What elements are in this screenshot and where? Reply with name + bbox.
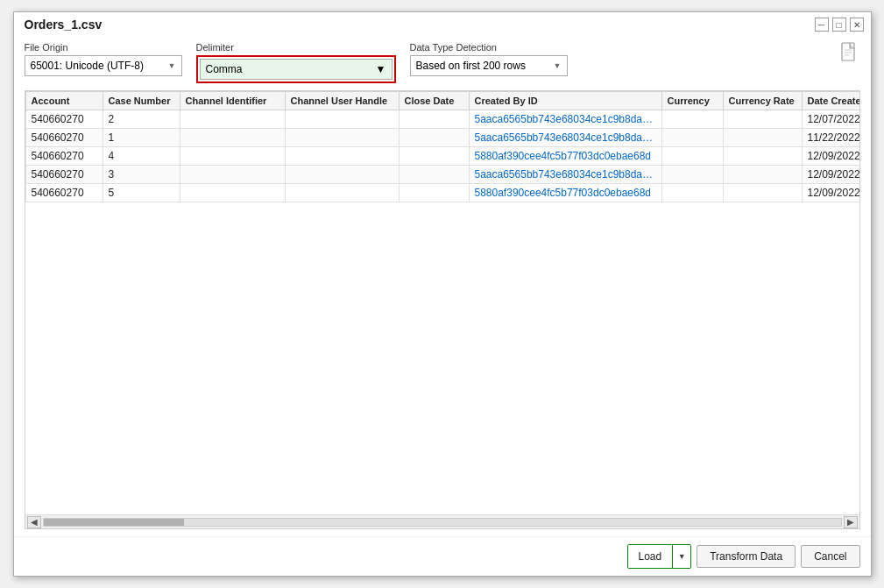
cell-channel_user_handle bbox=[285, 110, 399, 129]
cell-close_date bbox=[399, 166, 469, 184]
cell-channel_identifier bbox=[180, 166, 285, 184]
table-header-row: Account Case Number Channel Identifier C… bbox=[25, 92, 859, 110]
cell-currency bbox=[661, 184, 723, 202]
col-header-case-number: Case Number bbox=[103, 92, 180, 110]
cell-case_number: 2 bbox=[103, 110, 180, 129]
delimiter-label: Delimiter bbox=[196, 42, 396, 53]
table-row: 54066027015aaca6565bb743e68034ce1c9b8da3… bbox=[25, 129, 859, 147]
scroll-left-button[interactable]: ◀ bbox=[27, 516, 41, 528]
cell-currency bbox=[661, 166, 723, 184]
col-header-channel-user-handle: Channel User Handle bbox=[285, 92, 399, 110]
maximize-button[interactable]: □ bbox=[832, 18, 846, 32]
controls-row: File Origin 65001: Unicode (UTF-8) ▼ Del… bbox=[25, 42, 860, 83]
cell-date_created: 12/09/2022 11:52 bbox=[802, 147, 859, 166]
content-area: File Origin 65001: Unicode (UTF-8) ▼ Del… bbox=[14, 35, 871, 536]
cell-channel_user_handle bbox=[285, 147, 399, 166]
col-header-channel-identifier: Channel Identifier bbox=[180, 92, 285, 110]
cell-close_date bbox=[399, 110, 469, 129]
cell-currency_rate bbox=[723, 110, 802, 129]
cell-date_created: 12/09/2022 11:47 bbox=[802, 166, 859, 184]
data-type-label: Data Type Detection bbox=[410, 42, 568, 53]
file-origin-select[interactable]: 65001: Unicode (UTF-8) ▼ bbox=[25, 55, 182, 76]
cell-currency_rate bbox=[723, 147, 802, 166]
table-row: 54066027025aaca6565bb743e68034ce1c9b8da3… bbox=[25, 110, 859, 129]
file-origin-label: File Origin bbox=[25, 42, 182, 53]
delimiter-select[interactable]: Comma ▼ bbox=[200, 59, 392, 80]
delimiter-arrow-icon: ▼ bbox=[376, 63, 386, 75]
footer: Load ▼ Transform Data Cancel bbox=[14, 536, 871, 576]
scroll-track[interactable] bbox=[43, 518, 842, 527]
cell-close_date bbox=[399, 129, 469, 147]
cell-account: 540660270 bbox=[25, 129, 103, 147]
cell-channel_user_handle bbox=[285, 129, 399, 147]
cell-created_by_id: 5aaca6565bb743e68034ce1c9b8da348 bbox=[469, 110, 661, 129]
cell-created_by_id: 5880af390cee4fc5b77f03dc0ebae68d bbox=[469, 184, 661, 202]
table-scroll-container[interactable]: Account Case Number Channel Identifier C… bbox=[25, 91, 859, 514]
col-header-created-by-id: Created By ID bbox=[469, 92, 661, 110]
main-window: Orders_1.csv ─ □ ✕ File Origin 65001: Un… bbox=[13, 11, 872, 577]
col-header-currency-rate: Currency Rate bbox=[723, 92, 802, 110]
data-type-value: Based on first 200 rows bbox=[416, 60, 526, 72]
col-header-date-created: Date Created bbox=[802, 92, 859, 110]
cell-close_date bbox=[399, 184, 469, 202]
file-origin-group: File Origin 65001: Unicode (UTF-8) ▼ bbox=[25, 42, 182, 76]
cell-account: 540660270 bbox=[25, 184, 103, 202]
cell-created_by_id: 5880af390cee4fc5b77f03dc0ebae68d bbox=[469, 147, 661, 166]
table-row: 54066027035aaca6565bb743e68034ce1c9b8da3… bbox=[25, 166, 859, 184]
title-bar: Orders_1.csv ─ □ ✕ bbox=[14, 12, 871, 35]
table-row: 54066027045880af390cee4fc5b77f03dc0ebae6… bbox=[25, 147, 859, 166]
load-dropdown-button[interactable]: ▼ bbox=[673, 545, 690, 568]
cell-account: 540660270 bbox=[25, 147, 103, 166]
cell-currency bbox=[661, 110, 723, 129]
cell-created_by_id: 5aaca6565bb743e68034ce1c9b8da348 bbox=[469, 166, 661, 184]
cell-currency bbox=[661, 147, 723, 166]
scroll-right-button[interactable]: ▶ bbox=[844, 516, 858, 528]
cell-channel_identifier bbox=[180, 129, 285, 147]
cell-currency_rate bbox=[723, 166, 802, 184]
close-button[interactable]: ✕ bbox=[850, 18, 864, 32]
minimize-button[interactable]: ─ bbox=[815, 18, 829, 32]
cell-case_number: 4 bbox=[103, 147, 180, 166]
horizontal-scrollbar[interactable]: ◀ ▶ bbox=[25, 514, 859, 528]
cell-currency bbox=[661, 129, 723, 147]
cell-channel_user_handle bbox=[285, 184, 399, 202]
window-controls: ─ □ ✕ bbox=[815, 18, 864, 32]
load-button[interactable]: Load bbox=[628, 545, 674, 568]
cell-currency_rate bbox=[723, 129, 802, 147]
cell-channel_identifier bbox=[180, 147, 285, 166]
data-table: Account Case Number Channel Identifier C… bbox=[25, 91, 859, 202]
cell-currency_rate bbox=[723, 184, 802, 202]
delimiter-group: Delimiter Comma ▼ bbox=[196, 42, 396, 83]
file-origin-value: 65001: Unicode (UTF-8) bbox=[31, 60, 144, 72]
table-row: 54066027055880af390cee4fc5b77f03dc0ebae6… bbox=[25, 184, 859, 202]
scroll-thumb[interactable] bbox=[44, 519, 184, 526]
delimiter-value: Comma bbox=[206, 63, 243, 75]
data-type-select[interactable]: Based on first 200 rows ▼ bbox=[410, 55, 568, 76]
window-title: Orders_1.csv bbox=[25, 18, 103, 32]
file-origin-arrow-icon: ▼ bbox=[168, 61, 176, 70]
cell-case_number: 5 bbox=[103, 184, 180, 202]
cell-account: 540660270 bbox=[25, 166, 103, 184]
cell-channel_identifier bbox=[180, 184, 285, 202]
cell-close_date bbox=[399, 147, 469, 166]
cell-date_created: 12/09/2022 12:15 bbox=[802, 184, 859, 202]
cell-date_created: 12/07/2022 12:12 bbox=[802, 110, 859, 129]
file-preview-icon bbox=[841, 42, 860, 67]
cell-channel_user_handle bbox=[285, 166, 399, 184]
delimiter-highlight-box: Comma ▼ bbox=[196, 55, 396, 83]
data-type-group: Data Type Detection Based on first 200 r… bbox=[410, 42, 568, 76]
data-table-wrapper: Account Case Number Channel Identifier C… bbox=[25, 90, 860, 529]
load-button-group: Load ▼ bbox=[627, 544, 692, 569]
col-header-account: Account bbox=[25, 92, 103, 110]
file-icon-area bbox=[841, 42, 860, 69]
cell-case_number: 3 bbox=[103, 166, 180, 184]
cell-case_number: 1 bbox=[103, 129, 180, 147]
transform-data-button[interactable]: Transform Data bbox=[697, 545, 796, 568]
cell-date_created: 11/22/2022 16:22 bbox=[802, 129, 859, 147]
cancel-button[interactable]: Cancel bbox=[801, 545, 859, 568]
cell-account: 540660270 bbox=[25, 110, 103, 129]
cell-channel_identifier bbox=[180, 110, 285, 129]
col-header-close-date: Close Date bbox=[399, 92, 469, 110]
cell-created_by_id: 5aaca6565bb743e68034ce1c9b8da348 bbox=[469, 129, 661, 147]
col-header-currency: Currency bbox=[661, 92, 723, 110]
